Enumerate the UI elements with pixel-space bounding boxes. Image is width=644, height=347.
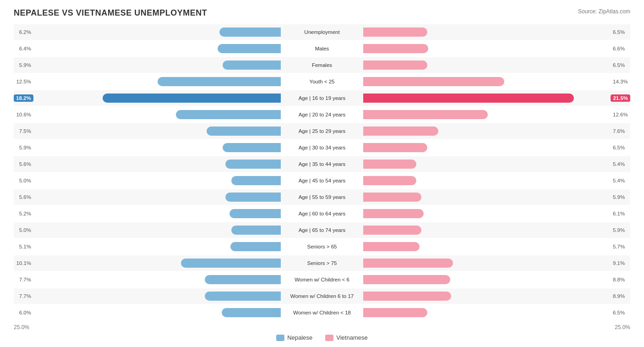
chart-row: 12.5% Youth < 25 14.3%: [14, 74, 630, 89]
right-value-label: 6.5%: [613, 29, 630, 35]
chart-row: 5.6% Age | 55 to 59 years 5.9%: [14, 189, 630, 205]
left-side: 7.7%: [14, 288, 281, 304]
row-label: Seniors > 65: [281, 244, 363, 249]
bar-section: 5.6% Age | 35 to 44 years 5.4%: [14, 156, 630, 172]
bar-section: 10.1% Seniors > 75 9.1%: [14, 255, 630, 271]
bar-section: 7.5% Age | 25 to 29 years 7.6%: [14, 123, 630, 139]
left-bar-wrap: [34, 28, 281, 37]
left-bar: [223, 61, 281, 70]
right-bar-wrap: [363, 209, 610, 218]
right-side: 6.6%: [363, 41, 630, 56]
right-value-label: 6.1%: [613, 211, 630, 216]
row-label: Age | 45 to 54 years: [281, 178, 363, 183]
left-side: 6.4%: [14, 41, 281, 56]
right-side: 5.9%: [363, 189, 630, 205]
chart-row: 5.1% Seniors > 65 5.7%: [14, 239, 630, 254]
left-bar: [158, 77, 281, 86]
right-bar: [363, 127, 438, 136]
right-bar-wrap: [363, 127, 610, 136]
left-value-label: 5.1%: [14, 244, 31, 249]
left-bar: [176, 110, 281, 119]
left-bar-wrap: [34, 308, 281, 317]
chart-area: 6.2% Unemployment 6.5% 6.4%: [14, 24, 630, 320]
left-value-label: 10.6%: [14, 112, 31, 117]
row-label: Age | 16 to 19 years: [281, 95, 363, 101]
left-bar: [225, 193, 281, 202]
left-bar: [181, 259, 281, 268]
left-side: 18.2%: [14, 90, 281, 106]
right-side: 6.5%: [363, 24, 630, 40]
bar-section: 18.2% Age | 16 to 19 years 21.5%: [14, 90, 630, 106]
left-bar-wrap: [34, 275, 281, 284]
left-bar: [229, 209, 281, 218]
bar-section: 12.5% Youth < 25 14.3%: [14, 74, 630, 89]
left-value-label: 7.7%: [14, 293, 31, 299]
row-label: Age | 60 to 64 years: [281, 211, 363, 216]
left-bar-wrap: [34, 61, 281, 70]
row-label: Women w/ Children 6 to 17: [281, 293, 363, 299]
bar-section: 5.9% Age | 30 to 34 years 6.5%: [14, 140, 630, 155]
left-bar-wrap: [34, 209, 281, 218]
bar-section: 6.0% Women w/ Children < 18 6.5%: [14, 305, 630, 320]
left-side: 6.0%: [14, 305, 281, 320]
right-bar-wrap: [363, 259, 610, 268]
left-value-label: 6.0%: [14, 310, 31, 315]
left-value-label: 6.4%: [14, 46, 31, 51]
left-bar: [207, 127, 281, 136]
bar-section: 7.7% Women w/ Children 6 to 17 8.9%: [14, 288, 630, 304]
chart-row: 6.4% Males 6.6%: [14, 41, 630, 56]
chart-row: 10.6% Age | 20 to 24 years 12.6%: [14, 107, 630, 122]
right-value-label: 5.7%: [613, 244, 630, 249]
right-bar: [363, 160, 416, 169]
left-bar-wrap: [34, 193, 281, 202]
right-value-label: 5.4%: [613, 161, 630, 167]
left-bar-wrap: [34, 143, 281, 152]
chart-row: 5.9% Age | 30 to 34 years 6.5%: [14, 140, 630, 155]
right-value-label: 5.9%: [613, 194, 630, 200]
left-side: 12.5%: [14, 74, 281, 89]
right-value-label: 5.9%: [613, 227, 630, 233]
right-value-label: 6.6%: [613, 46, 630, 51]
bar-section: 5.2% Age | 60 to 64 years 6.1%: [14, 206, 630, 221]
left-value-label: 7.5%: [14, 128, 31, 134]
right-value-label: 6.5%: [613, 145, 630, 150]
row-label: Age | 20 to 24 years: [281, 112, 363, 117]
row-label: Seniors > 75: [281, 260, 363, 266]
right-side: 5.9%: [363, 222, 630, 238]
left-bar-wrap: [34, 292, 281, 301]
right-bar: [363, 143, 427, 152]
right-side: 6.1%: [363, 206, 630, 221]
left-bar-wrap: [36, 94, 281, 103]
right-bar: [363, 226, 421, 235]
right-bar-wrap: [363, 143, 610, 152]
left-bar: [231, 226, 281, 235]
chart-title: NEPALESE VS VIETNAMESE UNEMPLOYMENT: [14, 8, 207, 18]
right-bar: [363, 77, 504, 86]
row-label: Age | 25 to 29 years: [281, 128, 363, 134]
left-value-label: 12.5%: [14, 79, 31, 84]
bar-section: 6.4% Males 6.6%: [14, 41, 630, 56]
left-value-label: 5.2%: [14, 211, 31, 216]
bar-section: 5.0% Age | 45 to 54 years 5.4%: [14, 173, 630, 188]
chart-row: 7.7% Women w/ Children 6 to 17 8.9%: [14, 288, 630, 304]
left-side: 10.6%: [14, 107, 281, 122]
row-label: Males: [281, 46, 363, 51]
left-bar: [222, 308, 281, 317]
right-bar-wrap: [363, 44, 610, 53]
x-axis: 25.0% 25.0%: [14, 324, 630, 330]
right-side: 6.5%: [363, 305, 630, 320]
left-value-label: 7.7%: [14, 277, 31, 282]
bar-section: 6.2% Unemployment 6.5%: [14, 24, 630, 40]
right-bar-wrap: [363, 275, 610, 284]
left-bar: [205, 292, 281, 301]
right-bar-wrap: [363, 292, 610, 301]
bar-section: 5.9% Females 6.5%: [14, 57, 630, 73]
row-label: Females: [281, 62, 363, 68]
right-bar: [363, 193, 421, 202]
right-bar: [363, 110, 488, 119]
row-label: Youth < 25: [281, 79, 363, 84]
left-bar: [218, 44, 281, 53]
left-side: 5.0%: [14, 222, 281, 238]
chart-row: 10.1% Seniors > 75 9.1%: [14, 255, 630, 271]
left-bar-wrap: [34, 160, 281, 169]
